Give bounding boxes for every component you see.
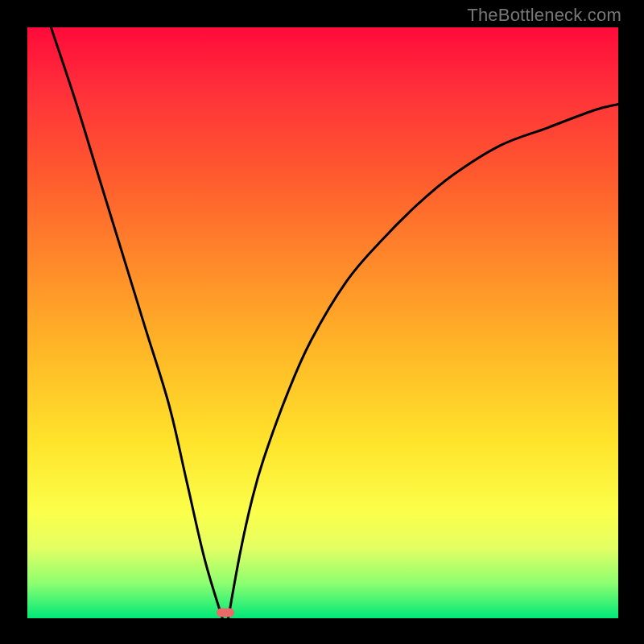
vertex-marker	[217, 608, 234, 617]
curve-right-branch	[229, 104, 618, 618]
curve-left-branch	[51, 27, 222, 618]
bottleneck-curve	[27, 27, 618, 618]
chart-frame: TheBottleneck.com	[0, 0, 644, 644]
watermark-text: TheBottleneck.com	[467, 5, 621, 26]
plot-area	[27, 27, 618, 618]
